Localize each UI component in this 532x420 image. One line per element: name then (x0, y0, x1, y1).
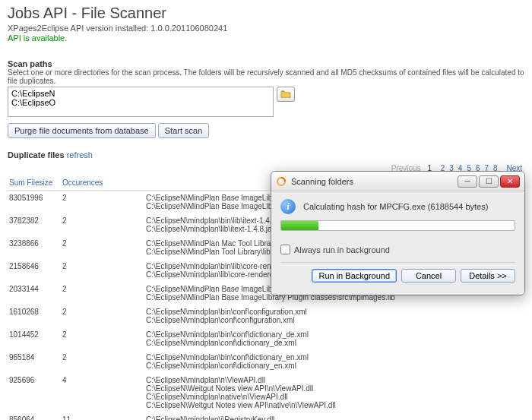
cell-occurrences: 2 (61, 350, 122, 373)
scan-paths-desc: Select one or more directories for the s… (8, 68, 524, 85)
cancel-button[interactable]: Cancel (401, 269, 456, 283)
folder-icon (280, 90, 291, 99)
cell-sum: 83051996 (8, 191, 61, 214)
cell-paths: C:\EclipseN\mindplan\n\ViewAPI.dllC:\Ecl… (144, 373, 524, 412)
run-in-background-button[interactable]: Run in Background (312, 269, 397, 283)
dialog-maximize-button[interactable]: ☐ (479, 175, 499, 188)
cell-paths: C:\EclipseN\mindplan\bin\conf\configurat… (144, 305, 524, 327)
cell-sum: 1610268 (8, 305, 61, 327)
cell-occurrences: 2 (61, 327, 122, 350)
cell-occurrences: 2 (61, 191, 122, 214)
dialog-minimize-button[interactable]: ─ (458, 175, 477, 188)
cell-sum: 1014452 (8, 327, 61, 350)
details-button[interactable]: Details >> (461, 269, 515, 283)
table-row: 10144522C:\EclipseN\mindplan\bin\conf\di… (8, 327, 524, 350)
dialog-message: Calculating hash for MPCFG.exe (6188544 … (303, 202, 488, 211)
always-background-checkbox[interactable] (280, 245, 290, 254)
scan-paths-input[interactable] (8, 87, 274, 117)
table-row: 16102682C:\EclipseN\mindplan\bin\conf\co… (8, 305, 524, 327)
cell-occurrences: 2 (61, 305, 122, 327)
refresh-link[interactable]: refresh (67, 150, 93, 159)
progress-fill (281, 221, 318, 230)
always-background-label: Always run in background (294, 245, 390, 254)
table-row: 9256964C:\EclipseN\mindplan\n\ViewAPI.dl… (8, 373, 524, 412)
cell-paths: C:\EclipseN\mindplan\bin\conf\dictionary… (144, 350, 524, 373)
dialog-close-button[interactable]: ✕ (500, 175, 520, 188)
progress-bar (280, 220, 515, 231)
scanning-dialog: Scanning folders ─ ☐ ✕ i Calculating has… (271, 171, 525, 295)
table-row: 9651842C:\EclipseN\mindplan\bin\conf\dic… (8, 350, 524, 373)
cell-occurrences: 2 (61, 282, 122, 305)
browse-folder-button[interactable] (277, 87, 295, 102)
col-occurrences[interactable]: Occurences (61, 175, 122, 191)
cell-sum: 856064 (8, 412, 61, 420)
table-row: 85606411C:\EclipseN\mindplan\j\RegistryK… (8, 412, 524, 420)
purge-button[interactable]: Purge file documents from database (8, 123, 156, 138)
cell-paths: C:\EclipseN\mindplan\bin\conf\dictionary… (144, 327, 524, 350)
duplicate-files-label: Duplicate files (8, 150, 65, 159)
api-status: API is available. (8, 33, 524, 43)
cell-sum: 2033144 (8, 282, 61, 305)
dialog-title: Scanning folders (291, 177, 458, 186)
cell-occurrences: 2 (61, 213, 122, 236)
progress-icon (276, 176, 287, 187)
cell-sum: 2158646 (8, 259, 61, 282)
cell-occurrences: 2 (61, 259, 122, 282)
dialog-titlebar[interactable]: Scanning folders ─ ☐ ✕ (271, 172, 524, 191)
col-sum-filesize[interactable]: Sum Filesize (8, 175, 61, 191)
api-version-label: XPages2Eclipse API version installed: 1.… (8, 24, 524, 33)
start-scan-button[interactable]: Start scan (158, 123, 210, 138)
cell-occurrences: 2 (61, 236, 122, 259)
scan-paths-label: Scan paths (8, 59, 524, 68)
cell-sum: 3782382 (8, 213, 61, 236)
cell-paths: C:\EclipseN\mindplan\j\RegistryKey.dllC:… (144, 412, 524, 420)
page-title: Jobs API - File Scanner (8, 5, 524, 22)
cell-occurrences: 11 (61, 412, 122, 420)
cell-sum: 965184 (8, 350, 61, 373)
cell-sum: 925696 (8, 373, 61, 412)
cell-occurrences: 4 (61, 373, 122, 412)
info-icon: i (280, 199, 296, 214)
cell-sum: 3238866 (8, 236, 61, 259)
